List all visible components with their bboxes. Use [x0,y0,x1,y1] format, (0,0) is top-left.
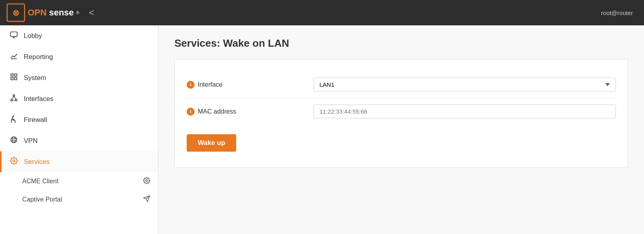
sidebar-item-interfaces[interactable]: Interfaces [0,88,158,109]
sidebar-item-label-system: System [24,74,46,82]
svg-rect-9 [15,78,17,80]
page-title: Services: Wake on LAN [174,37,628,49]
monitor-icon [10,31,18,41]
svg-text:⊗: ⊗ [12,8,19,18]
form-card: i Interface LAN1 LAN2 WAN i MAC address [174,59,628,168]
sidebar-item-label-interfaces: Interfaces [24,95,54,103]
main-content: Services: Wake on LAN i Interface LAN1 L… [159,25,644,234]
svg-point-16 [11,137,17,143]
cog-sub-icon [143,177,150,186]
logo-icon: ⊗ [6,3,25,22]
mac-label-text: MAC address [198,108,236,115]
grid-icon [10,73,18,83]
sidebar-item-label-reporting: Reporting [24,53,53,61]
navbar-left: ⊗ OPNsense® < [6,3,97,22]
svg-point-11 [11,99,12,101]
sidebar-item-reporting[interactable]: Reporting [0,46,158,67]
globe-icon [10,136,18,146]
mac-label: i MAC address [187,108,306,116]
sidebar-item-firewall[interactable]: Firewall [0,109,158,130]
layout: Lobby Reporting System Interfaces Firewa [0,25,644,234]
gear-icon [10,157,18,167]
navbar: ⊗ OPNsense® < root@router [0,0,644,25]
interface-select[interactable]: LAN1 LAN2 WAN [313,78,616,91]
svg-point-12 [15,99,17,101]
sidebar-sub-item-acme-client[interactable]: ACME Client [0,172,158,190]
interface-label: i Interface [187,81,306,89]
svg-rect-7 [15,74,17,76]
svg-rect-2 [11,32,17,37]
sidebar: Lobby Reporting System Interfaces Firewa [0,25,159,234]
mac-info-icon[interactable]: i [187,108,195,116]
sidebar-item-vpn[interactable]: VPN [0,130,158,151]
sidebar-sub-item-captive-portal[interactable]: Captive Portal [0,190,158,209]
sidebar-sub-item-label-acme: ACME Client [22,178,59,185]
sidebar-item-label-firewall: Firewall [24,116,47,124]
mac-control-wrap [313,105,616,118]
svg-line-14 [14,96,16,99]
svg-point-21 [146,180,148,182]
svg-point-17 [13,137,15,143]
navbar-user: root@router [601,10,638,16]
sidebar-item-system[interactable]: System [0,67,158,88]
logo-trademark: ® [76,10,79,15]
logo-text-sense: sense [49,8,74,18]
mac-row: i MAC address [187,98,616,125]
interface-control-wrap: LAN1 LAN2 WAN [313,78,616,91]
interface-info-icon[interactable]: i [187,81,195,89]
mac-address-input[interactable] [313,105,616,118]
svg-rect-8 [11,78,13,80]
svg-rect-6 [11,74,13,76]
chart-icon [10,52,18,62]
fire-icon [10,115,18,125]
interface-row: i Interface LAN1 LAN2 WAN [187,71,616,98]
sidebar-collapse-button[interactable]: < [86,6,97,20]
logo: ⊗ OPNsense® [6,3,79,22]
wake-up-button[interactable]: Wake up [187,134,236,152]
sidebar-item-lobby[interactable]: Lobby [0,25,158,46]
sidebar-item-services[interactable]: Services [0,151,158,172]
svg-point-20 [13,160,15,162]
svg-point-10 [13,95,15,96]
network-icon [10,94,18,104]
send-icon [143,195,150,204]
sidebar-item-label-lobby: Lobby [24,32,42,40]
sidebar-sub-item-label-captive: Captive Portal [22,196,62,203]
sidebar-item-label-services: Services [24,158,50,166]
interface-label-text: Interface [198,81,222,88]
svg-line-13 [11,96,14,99]
sidebar-item-label-vpn: VPN [24,137,38,145]
logo-text-opn: OPN [28,8,47,18]
